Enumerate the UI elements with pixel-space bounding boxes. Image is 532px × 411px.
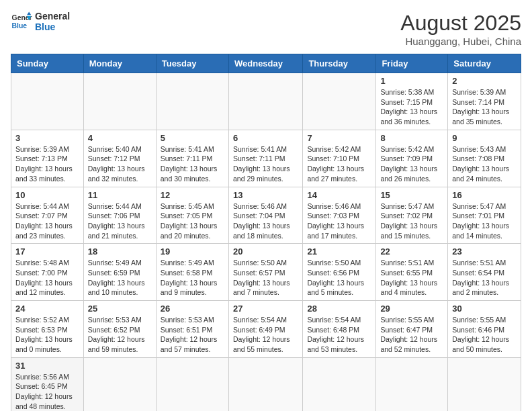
day-number: 6	[233, 133, 298, 143]
calendar-day-cell: 31Sunrise: 5:56 AM Sunset: 6:45 PM Dayli…	[11, 357, 84, 411]
weekday-header-friday: Friday	[376, 54, 448, 73]
month-year-title: August 2025	[400, 11, 521, 36]
weekday-header-monday: Monday	[83, 54, 156, 73]
day-info: Sunrise: 5:44 AM Sunset: 7:06 PM Dayligh…	[88, 201, 152, 241]
logo-blue: Blue	[35, 21, 70, 32]
calendar-week-row: 17Sunrise: 5:48 AM Sunset: 7:00 PM Dayli…	[11, 244, 521, 301]
calendar-day-cell: 17Sunrise: 5:48 AM Sunset: 7:00 PM Dayli…	[11, 244, 84, 301]
day-info: Sunrise: 5:51 AM Sunset: 6:54 PM Dayligh…	[452, 258, 517, 298]
day-number: 29	[380, 304, 443, 314]
calendar-day-cell	[156, 357, 228, 411]
calendar-day-cell: 11Sunrise: 5:44 AM Sunset: 7:06 PM Dayli…	[83, 187, 156, 244]
day-number: 27	[233, 304, 298, 314]
day-number: 17	[15, 246, 79, 257]
calendar-week-row: 10Sunrise: 5:44 AM Sunset: 7:07 PM Dayli…	[11, 187, 521, 244]
day-info: Sunrise: 5:45 AM Sunset: 7:05 PM Dayligh…	[161, 201, 224, 241]
calendar-day-cell: 23Sunrise: 5:51 AM Sunset: 6:54 PM Dayli…	[448, 244, 521, 301]
calendar-day-cell	[448, 357, 521, 411]
day-number: 25	[88, 304, 152, 314]
calendar-day-cell: 26Sunrise: 5:53 AM Sunset: 6:51 PM Dayli…	[156, 301, 228, 358]
day-number: 7	[307, 133, 371, 143]
weekday-header-row: SundayMondayTuesdayWednesdayThursdayFrid…	[11, 54, 521, 73]
day-number: 3	[15, 133, 79, 143]
day-info: Sunrise: 5:56 AM Sunset: 6:45 PM Dayligh…	[15, 372, 79, 411]
day-info: Sunrise: 5:49 AM Sunset: 6:59 PM Dayligh…	[88, 258, 152, 298]
calendar-day-cell: 7Sunrise: 5:42 AM Sunset: 7:10 PM Daylig…	[303, 130, 376, 187]
day-number: 8	[380, 133, 443, 143]
calendar-week-row: 24Sunrise: 5:52 AM Sunset: 6:53 PM Dayli…	[11, 301, 521, 358]
day-info: Sunrise: 5:39 AM Sunset: 7:13 PM Dayligh…	[15, 144, 79, 184]
calendar-day-cell: 16Sunrise: 5:47 AM Sunset: 7:01 PM Dayli…	[448, 187, 521, 244]
day-info: Sunrise: 5:43 AM Sunset: 7:08 PM Dayligh…	[452, 144, 517, 184]
calendar-day-cell: 27Sunrise: 5:54 AM Sunset: 6:49 PM Dayli…	[228, 301, 302, 358]
title-area: August 2025 Huanggang, Hubei, China	[400, 11, 521, 47]
logo-icon: General Blue	[11, 11, 32, 32]
day-info: Sunrise: 5:39 AM Sunset: 7:14 PM Dayligh…	[452, 87, 517, 127]
day-info: Sunrise: 5:46 AM Sunset: 7:04 PM Dayligh…	[233, 201, 298, 241]
day-number: 2	[452, 76, 517, 86]
day-number: 23	[452, 246, 517, 257]
day-info: Sunrise: 5:42 AM Sunset: 7:10 PM Dayligh…	[307, 144, 371, 184]
day-number: 11	[88, 190, 152, 200]
day-info: Sunrise: 5:54 AM Sunset: 6:49 PM Dayligh…	[233, 315, 298, 355]
calendar-day-cell: 24Sunrise: 5:52 AM Sunset: 6:53 PM Dayli…	[11, 301, 84, 358]
day-info: Sunrise: 5:41 AM Sunset: 7:11 PM Dayligh…	[233, 144, 298, 184]
day-number: 21	[307, 246, 371, 257]
day-info: Sunrise: 5:52 AM Sunset: 6:53 PM Dayligh…	[15, 315, 79, 355]
page-header: General Blue General Blue August 2025 Hu…	[11, 11, 521, 47]
calendar-day-cell: 18Sunrise: 5:49 AM Sunset: 6:59 PM Dayli…	[83, 244, 156, 301]
calendar-week-row: 3Sunrise: 5:39 AM Sunset: 7:13 PM Daylig…	[11, 130, 521, 187]
location-subtitle: Huanggang, Hubei, China	[400, 36, 521, 47]
day-info: Sunrise: 5:46 AM Sunset: 7:03 PM Dayligh…	[307, 201, 371, 241]
day-info: Sunrise: 5:49 AM Sunset: 6:58 PM Dayligh…	[161, 258, 224, 298]
day-number: 20	[233, 246, 298, 257]
weekday-header-wednesday: Wednesday	[228, 54, 302, 73]
day-info: Sunrise: 5:55 AM Sunset: 6:46 PM Dayligh…	[452, 315, 517, 355]
day-info: Sunrise: 5:44 AM Sunset: 7:07 PM Dayligh…	[15, 201, 79, 241]
day-info: Sunrise: 5:48 AM Sunset: 7:00 PM Dayligh…	[15, 258, 79, 298]
day-number: 31	[15, 361, 79, 371]
calendar-day-cell	[303, 73, 376, 130]
calendar-day-cell: 20Sunrise: 5:50 AM Sunset: 6:57 PM Dayli…	[228, 244, 302, 301]
calendar-day-cell: 22Sunrise: 5:51 AM Sunset: 6:55 PM Dayli…	[376, 244, 448, 301]
logo: General Blue General Blue	[11, 11, 70, 32]
calendar-day-cell	[83, 73, 156, 130]
weekday-header-thursday: Thursday	[303, 54, 376, 73]
weekday-header-saturday: Saturday	[448, 54, 521, 73]
svg-marker-2	[27, 12, 31, 15]
calendar-week-row: 31Sunrise: 5:56 AM Sunset: 6:45 PM Dayli…	[11, 357, 521, 411]
calendar-day-cell: 19Sunrise: 5:49 AM Sunset: 6:58 PM Dayli…	[156, 244, 228, 301]
calendar-day-cell: 21Sunrise: 5:50 AM Sunset: 6:56 PM Dayli…	[303, 244, 376, 301]
calendar-day-cell: 12Sunrise: 5:45 AM Sunset: 7:05 PM Dayli…	[156, 187, 228, 244]
day-info: Sunrise: 5:40 AM Sunset: 7:12 PM Dayligh…	[88, 144, 152, 184]
day-info: Sunrise: 5:53 AM Sunset: 6:51 PM Dayligh…	[161, 315, 224, 355]
calendar-day-cell	[228, 357, 302, 411]
day-info: Sunrise: 5:41 AM Sunset: 7:11 PM Dayligh…	[161, 144, 224, 184]
calendar-day-cell	[83, 357, 156, 411]
day-number: 9	[452, 133, 517, 143]
day-info: Sunrise: 5:47 AM Sunset: 7:02 PM Dayligh…	[380, 201, 443, 241]
day-number: 5	[161, 133, 224, 143]
calendar-day-cell: 25Sunrise: 5:53 AM Sunset: 6:52 PM Dayli…	[83, 301, 156, 358]
calendar-day-cell: 1Sunrise: 5:38 AM Sunset: 7:15 PM Daylig…	[376, 73, 448, 130]
calendar-day-cell: 3Sunrise: 5:39 AM Sunset: 7:13 PM Daylig…	[11, 130, 84, 187]
calendar-day-cell: 30Sunrise: 5:55 AM Sunset: 6:46 PM Dayli…	[448, 301, 521, 358]
calendar-day-cell	[11, 73, 84, 130]
calendar-day-cell: 15Sunrise: 5:47 AM Sunset: 7:02 PM Dayli…	[376, 187, 448, 244]
day-number: 22	[380, 246, 443, 257]
calendar-day-cell: 10Sunrise: 5:44 AM Sunset: 7:07 PM Dayli…	[11, 187, 84, 244]
calendar-day-cell: 28Sunrise: 5:54 AM Sunset: 6:48 PM Dayli…	[303, 301, 376, 358]
logo-general: General	[35, 11, 70, 21]
day-number: 24	[15, 304, 79, 314]
calendar-day-cell: 29Sunrise: 5:55 AM Sunset: 6:47 PM Dayli…	[376, 301, 448, 358]
calendar-day-cell: 13Sunrise: 5:46 AM Sunset: 7:04 PM Dayli…	[228, 187, 302, 244]
day-number: 16	[452, 190, 517, 200]
day-number: 15	[380, 190, 443, 200]
weekday-header-sunday: Sunday	[11, 54, 84, 73]
calendar-day-cell	[156, 73, 228, 130]
calendar-day-cell	[228, 73, 302, 130]
day-info: Sunrise: 5:55 AM Sunset: 6:47 PM Dayligh…	[380, 315, 443, 355]
calendar-day-cell: 9Sunrise: 5:43 AM Sunset: 7:08 PM Daylig…	[448, 130, 521, 187]
calendar-day-cell: 2Sunrise: 5:39 AM Sunset: 7:14 PM Daylig…	[448, 73, 521, 130]
weekday-header-tuesday: Tuesday	[156, 54, 228, 73]
